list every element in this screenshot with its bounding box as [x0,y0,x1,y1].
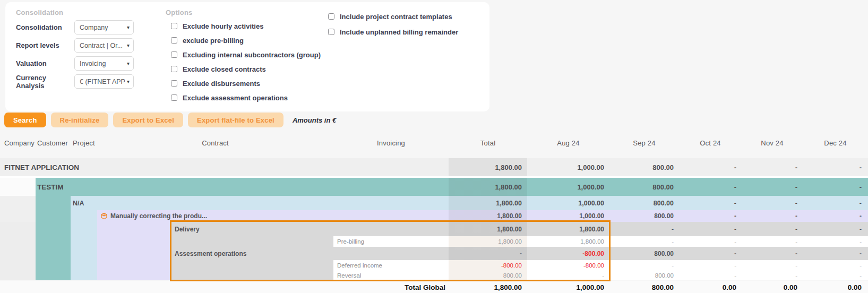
row-label-cell: N/A [71,196,97,210]
option-label: Include unplanned billing remainder [340,28,458,36]
value-cell: 1,800.00 [498,238,522,245]
option-include-project-contract-templates[interactable]: Include project contract templates [328,12,458,21]
value-cell-container: - [803,271,868,280]
table-header-row: CompanyCustomerProjectContractInvoicingT… [0,127,868,158]
total-global-empty-cell [97,281,171,293]
row-label-text: Assessment operations [175,250,246,257]
report-levels-select[interactable]: Contract | Or... ▾ [74,38,134,53]
activity-row-assessment-operations-label[interactable]: Assessment operations [171,250,246,257]
filter-panel: Consolidation Consolidation Company ▾ Re… [5,2,489,111]
invoicing-row-deferred-income-label[interactable]: Deferred income [333,262,382,269]
value-cell: 1,800.00 [580,238,604,245]
value-cell-container: 1,800.00 [449,178,527,196]
checkbox[interactable] [171,23,177,29]
valuation-select[interactable]: Invoicing ▾ [74,56,134,71]
value-cell: 1,800.00 [497,226,522,233]
export-to-excel-button[interactable]: Export to Excel [113,113,183,127]
row-label-text: FITNET APPLICATION [4,163,79,171]
option-label: Include project contract templates [340,13,452,21]
field-valuation: Valuation Invoicing ▾ [16,56,134,71]
indent-strip [333,247,449,260]
value-cell: 1,800.00 [495,163,522,171]
value-cell-container: - [803,210,868,222]
consolidation-label: Consolidation [16,23,74,31]
search-button[interactable]: Search [4,113,46,127]
value-cell: 800.00 [503,272,522,279]
value-cell-container: - [742,210,803,222]
checkbox[interactable] [171,66,177,72]
total-global-value: 1,800.00 [494,283,522,291]
option-label: exclude pre-billing [183,37,244,45]
value-cell-container: 800.00 [609,196,679,210]
row-label-cell: TESTIM [36,178,71,196]
total-global-value: 800.00 [652,283,674,291]
company-row-fitnet-application-label[interactable]: FITNET APPLICATION [0,163,79,171]
value-cell: - [860,163,862,171]
total-global-value-cell: 0.00 [742,281,803,293]
activity-row-delivery-label[interactable]: Delivery [171,226,200,233]
value-cell-container: - [609,236,679,247]
option-exclude-disbursements[interactable]: Exclude disbursements [171,79,321,88]
row-label-text: TESTIM [37,183,64,191]
value-cell-container: - [803,158,868,176]
value-cell-container: - [803,247,868,260]
checkbox[interactable] [328,29,334,35]
value-cell: 800.00 [652,163,674,171]
invoicing-row-pre-billing: Pre-billing1,800.001,800.00---- [0,236,868,247]
indent-strip [97,158,171,176]
option-exclude-closed-contracts[interactable]: Exclude closed contracts [171,64,321,74]
option-exclude-hourly-activities[interactable]: Exclude hourly activities [171,21,321,31]
row-label-cell: Pre-billing [333,236,449,247]
value-cell-container: 800.00 [609,210,679,222]
currency-analysis-select[interactable]: € (FITNET APP... ▾ [74,74,134,89]
column-header-invoicing: Invoicing [333,127,449,158]
option-excluding-internal-subcontractors[interactable]: Excluding internal subcontractors (group… [171,50,321,59]
option-exclude-pre-billing[interactable]: exclude pre-billing [171,36,321,45]
value-cell: 1,000.00 [577,163,604,171]
indent-strip [97,222,171,236]
total-global-row: Total Global1,800.001,000.00800.000.000.… [0,281,868,293]
consolidation-select[interactable]: Company ▾ [74,20,134,35]
row-label-text: Delivery [175,226,200,233]
checkbox[interactable] [171,37,177,44]
value-cell-container: - [449,247,527,260]
checkbox[interactable] [171,94,177,101]
invoicing-row-reversal-label[interactable]: Reversal [333,272,361,279]
checkbox[interactable] [328,13,334,20]
total-global-value-cell: 0.00 [803,281,868,293]
value-cell-container: - [742,236,803,247]
value-cell: - [795,183,797,191]
indent-strip [97,236,171,247]
indent-strip [171,196,333,210]
value-cell-container: - [742,247,803,260]
value-cell: - [860,250,862,257]
value-cell: -800.00 [582,250,604,257]
row-label-text: Reversal [337,272,361,279]
customer-row-testim-label[interactable]: TESTIM [36,183,64,191]
value-cell-container: - [679,236,742,247]
indent-strip [333,222,449,236]
value-cell-container: - [803,196,868,210]
invoicing-row-pre-billing-label[interactable]: Pre-billing [333,238,364,245]
value-cell: - [795,200,797,207]
value-cell: 1,000.00 [577,183,604,191]
checkbox[interactable] [171,51,177,58]
report-levels-select-value: Contract | Or... [80,42,123,49]
value-cell: - [672,262,674,269]
indent-strip [97,260,171,271]
chevron-down-icon: ▾ [127,42,130,48]
export-flat-file-button[interactable]: Export flat-file to Excel [188,113,283,127]
value-cell: - [795,212,797,220]
reinitialize-button[interactable]: Re-initialize [51,113,109,127]
total-global-empty-cell [71,281,97,293]
indent-strip [71,210,97,222]
indent-strip [0,210,36,222]
indent-strip [36,271,71,280]
contract-row-manually-correcting-label[interactable]: Manually correcting the produ... [97,212,207,220]
checkbox[interactable] [171,80,177,87]
project-row-na-label[interactable]: N/A [71,200,84,207]
indent-strip [71,236,97,247]
option-exclude-assessment-operations[interactable]: Exclude assessment operations [171,93,321,102]
total-global-value: 0.00 [784,283,797,291]
option-include-unplanned-billing-remainder[interactable]: Include unplanned billing remainder [328,27,458,37]
